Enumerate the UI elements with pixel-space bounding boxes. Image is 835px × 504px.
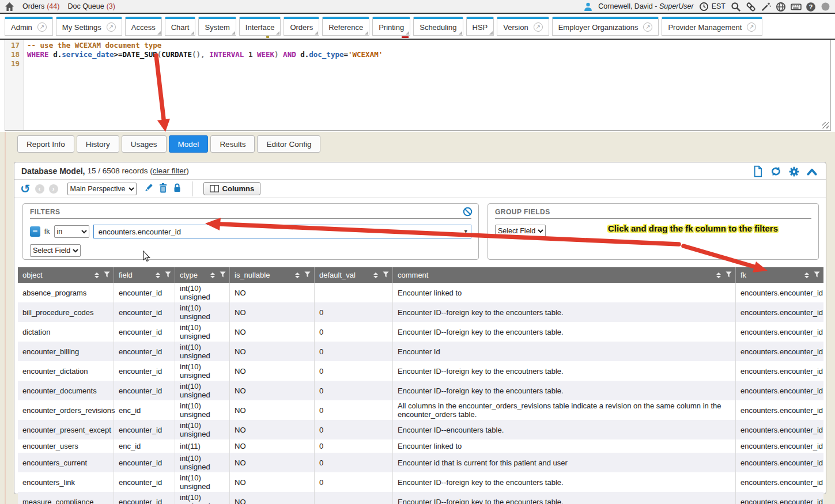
result-tab-report-info[interactable]: Report Info xyxy=(17,135,74,153)
cell-fk[interactable]: encounters.encounter_id xyxy=(736,283,823,302)
sort-icon[interactable] xyxy=(156,272,160,278)
search-icon[interactable] xyxy=(731,2,740,12)
lock-icon[interactable] xyxy=(172,183,182,195)
column-header-field[interactable]: field xyxy=(114,267,175,283)
cell-fk[interactable]: encounters.encounter_id xyxy=(736,453,823,472)
filter-funnel-icon[interactable] xyxy=(726,271,732,279)
nav-tab-interface[interactable]: Interface xyxy=(239,17,281,36)
external-link-icon[interactable]: ↗ xyxy=(747,22,756,32)
table-row-measure-compliance[interactable]: measure_complianceencounter_idint(10) un… xyxy=(18,492,823,504)
clear-filter-link[interactable]: clear filter xyxy=(153,166,187,175)
wand-icon[interactable] xyxy=(761,2,770,12)
column-header-ctype[interactable]: ctype xyxy=(175,267,230,283)
filter-value-input[interactable] xyxy=(94,225,471,238)
table-row-encounter-orders-revisions[interactable]: encounter_orders_revisionsenc_idint(10) … xyxy=(18,400,823,420)
result-tab-editor-config[interactable]: Editor Config xyxy=(257,135,320,153)
table-row-encounter-dictation[interactable]: encounter_dictationencounter_idint(10) u… xyxy=(18,361,823,381)
column-header-object[interactable]: object xyxy=(18,267,114,283)
result-tab-model[interactable]: Model xyxy=(169,135,209,153)
combobox-caret-icon[interactable]: ▾ xyxy=(464,228,467,235)
filter-funnel-icon[interactable] xyxy=(165,271,171,279)
topbar-menu-orders[interactable]: Orders (44) xyxy=(22,2,59,10)
filter-funnel-icon[interactable] xyxy=(104,271,110,279)
nav-tab-hsp[interactable]: HSP xyxy=(466,17,494,36)
history-forward-icon[interactable]: › xyxy=(49,184,58,194)
result-tab-history[interactable]: History xyxy=(77,135,119,153)
table-row-encounters-current[interactable]: encounters_currentencounter_idint(10) un… xyxy=(18,453,823,472)
cell-fk[interactable]: encounters.encounter_id xyxy=(736,439,823,453)
collapse-chevron-icon[interactable] xyxy=(806,167,818,176)
nav-tab-provider-management[interactable]: Provider Management↗ xyxy=(662,17,762,36)
columns-button[interactable]: Columns xyxy=(203,182,261,195)
remove-filter-button[interactable]: − xyxy=(30,226,40,237)
result-tab-results[interactable]: Results xyxy=(210,135,255,153)
nav-tab-printing[interactable]: Printing xyxy=(372,17,410,36)
editor-resize-grip[interactable] xyxy=(822,122,829,128)
sort-icon[interactable] xyxy=(210,272,215,278)
nav-tab-admin[interactable]: Admin↗ xyxy=(5,17,53,36)
cell-fk[interactable]: encounters.encounter_id xyxy=(736,302,823,322)
home-icon[interactable] xyxy=(5,2,14,12)
external-link-icon[interactable]: ↗ xyxy=(107,22,116,32)
nav-tab-version[interactable]: Version↗ xyxy=(497,17,549,36)
cell-fk[interactable]: encounters.encounter_id xyxy=(736,420,823,439)
table-row-absence-programs[interactable]: absence_programsencounter_idint(10) unsi… xyxy=(18,283,823,302)
cell-fk[interactable]: encounters.encounter_id xyxy=(736,400,823,420)
gear-icon[interactable] xyxy=(788,166,800,177)
nav-tab-my-settings[interactable]: My Settings↗ xyxy=(56,17,122,36)
cell-fk[interactable]: encounters.encounter_id xyxy=(736,322,823,342)
cell-fk[interactable]: encounters.encounter_id xyxy=(736,342,823,361)
cell-fk[interactable]: encounters.encounter_id xyxy=(736,381,823,400)
refresh-icon[interactable] xyxy=(770,165,782,177)
nav-tab-employer-organizations[interactable]: Employer Organizations↗ xyxy=(552,17,659,36)
nav-tab-access[interactable]: Access xyxy=(125,17,162,36)
column-header-default-val[interactable]: default_val xyxy=(315,267,393,283)
column-header-fk[interactable]: fk xyxy=(736,267,823,283)
sort-icon[interactable] xyxy=(716,272,721,278)
topbar-menu-doc-queue[interactable]: Doc Queue (3) xyxy=(67,2,115,10)
table-row-bill-procedure-codes[interactable]: bill_procedure_codesencounter_idint(10) … xyxy=(18,302,823,322)
filter-funnel-icon[interactable] xyxy=(814,271,820,279)
table-row-encounter-billing[interactable]: encounter_billingencounter_idint(10) uns… xyxy=(18,342,823,361)
table-row-encounter-present-except[interactable]: encounter_present_exceptencounter_idint(… xyxy=(18,420,823,439)
edit-perspective-icon[interactable] xyxy=(143,183,154,195)
cell-fk[interactable]: encounters.encounter_id xyxy=(736,492,823,504)
new-document-icon[interactable] xyxy=(753,165,764,177)
perspective-select[interactable]: Main Perspective xyxy=(67,183,137,195)
table-row-encounters-link[interactable]: encounters_linkencounter_idint(10) unsig… xyxy=(18,472,823,492)
globe-icon[interactable] xyxy=(776,2,785,12)
filter-funnel-icon[interactable] xyxy=(304,271,311,279)
sql-editor[interactable]: 171819 -- use the WCEXAM document typeWH… xyxy=(5,40,831,131)
clear-all-filters-icon[interactable] xyxy=(463,207,473,218)
table-row-encounter-users[interactable]: encounter_usersenc_idint(11)NO0Encounter… xyxy=(18,439,823,453)
history-back-icon[interactable]: ‹ xyxy=(35,184,44,194)
sort-icon[interactable] xyxy=(95,272,99,278)
external-link-icon[interactable]: ↗ xyxy=(643,22,652,32)
table-row-dictation[interactable]: dictationencounter_idint(10) unsignedNO0… xyxy=(18,322,823,342)
sort-icon[interactable] xyxy=(373,272,378,278)
clock-icon[interactable] xyxy=(699,2,709,12)
add-filter-field-select[interactable]: Select Field xyxy=(30,244,81,257)
user-name[interactable]: Cornewell, David - SuperUser xyxy=(598,2,693,10)
nav-tab-orders[interactable]: Orders xyxy=(284,17,319,36)
filter-funnel-icon[interactable] xyxy=(220,271,226,279)
editor-code-area[interactable]: -- use the WCEXAM document typeWHERE d.s… xyxy=(24,40,830,130)
undo-icon[interactable]: ↺ xyxy=(20,183,31,195)
external-link-icon[interactable]: ↗ xyxy=(534,22,543,32)
nav-tab-system[interactable]: System xyxy=(198,17,236,36)
nav-tab-chart[interactable]: Chart xyxy=(165,17,196,36)
cell-fk[interactable]: encounters.encounter_id xyxy=(736,361,823,381)
help-icon[interactable]: ? xyxy=(806,2,815,12)
external-link-icon[interactable]: ↗ xyxy=(37,22,47,32)
sort-icon[interactable] xyxy=(804,272,809,278)
keyboard-icon[interactable] xyxy=(791,2,800,12)
nav-tab-scheduling[interactable]: Scheduling xyxy=(413,17,463,36)
sort-icon[interactable] xyxy=(295,272,300,278)
column-header-comment[interactable]: comment xyxy=(393,267,736,283)
add-group-field-select[interactable]: Select Field xyxy=(495,225,546,237)
cell-fk[interactable]: encounters.encounter_id xyxy=(736,472,823,492)
nav-tab-reference[interactable]: Reference xyxy=(322,17,369,36)
column-header-is-nullable[interactable]: is_nullable xyxy=(230,267,315,283)
result-tab-usages[interactable]: Usages xyxy=(122,135,167,153)
table-row-encounter-documents[interactable]: encounter_documentsencounter_idint(10) u… xyxy=(18,381,823,400)
